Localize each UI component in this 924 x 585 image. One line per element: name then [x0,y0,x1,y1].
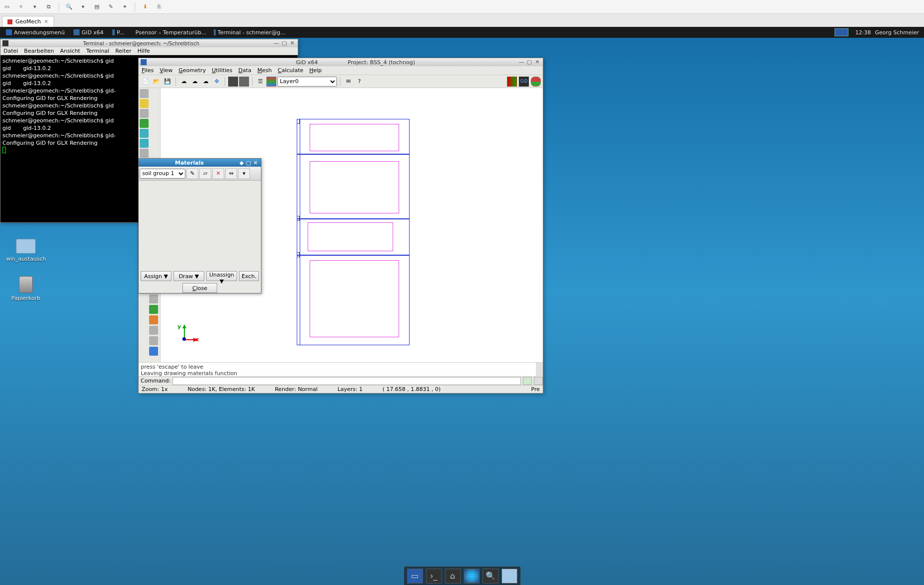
menu-view[interactable]: View [160,67,172,74]
minimize-icon[interactable]: — [518,59,525,65]
letter-icon[interactable]: ✉ [343,77,353,87]
move-icon[interactable]: ✥ [212,77,222,87]
menu-mesh[interactable]: Mesh [257,67,272,74]
camera-icon[interactable] [228,77,238,87]
menu-files[interactable]: Files [142,67,154,74]
new-material-icon[interactable]: ▱ [199,168,211,179]
dock-home-icon[interactable]: ⌂ [445,569,461,584]
gid-titlebar[interactable]: GiD x64 Project: BSS_4 (tochnog) — ▢ ✕ [139,58,543,66]
dropdown-icon[interactable]: ▾ [30,2,40,12]
wand2-icon[interactable]: ✎ [106,2,116,12]
new-icon[interactable]: 📄 [141,77,151,87]
recycle-icon[interactable] [140,119,149,128]
new-icon[interactable]: ▭ [2,2,12,12]
light-icon[interactable] [140,109,149,118]
close-icon[interactable]: ✕ [252,160,259,166]
task-gid[interactable]: GiD x64 [70,28,107,37]
terminal-titlebar[interactable]: Terminal - schmeier@geomech: ~/Schreibti… [0,39,298,47]
menu-bearbeiten[interactable]: Bearbeiten [24,48,54,54]
menu-hilfe[interactable]: Hilfe [138,48,150,54]
exchange-button[interactable]: Exch. [239,271,259,281]
cmd-btn2-icon[interactable] [534,377,543,385]
expand-icon[interactable]: ⇔ [225,168,237,179]
switch-icon[interactable] [531,77,541,87]
menu-help[interactable]: Help [309,67,322,74]
delete-icon[interactable]: ✕ [212,168,224,179]
task-p[interactable]: P... [108,28,128,37]
cloud3-icon[interactable]: ☁ [201,77,211,87]
desktop-trash[interactable]: Papierkorb [6,276,46,301]
dock-terminal-icon[interactable]: ›_ [426,569,442,584]
download-icon[interactable]: ⬇ [140,2,150,12]
menu-data[interactable]: Data [239,67,252,74]
minimize-icon[interactable]: — [273,40,280,46]
assign-button[interactable]: Assign ▼ [141,271,171,281]
link-icon[interactable]: ⚭ [120,2,130,12]
menu-calculate[interactable]: Calculate [278,67,303,74]
menu-reiter[interactable]: Reiter [115,48,132,54]
prepost-icon[interactable] [507,77,517,87]
draw-button[interactable]: Draw ▼ [173,271,204,281]
cloud1-icon[interactable]: ☁ [179,77,189,87]
dock-folder-icon[interactable] [502,569,517,584]
task-psensor[interactable]: Psensor – Temperaturüb... [129,28,209,37]
open-icon[interactable]: 📂 [152,77,162,87]
box2-icon[interactable] [140,139,149,148]
menu-utilities[interactable]: Utilities [212,67,232,74]
tri-icon[interactable] [149,326,158,335]
task-terminal[interactable]: Terminal - schmeier@g... [210,28,289,37]
dock-desktop-icon[interactable]: ▭ [407,569,423,584]
layers-icon[interactable] [266,77,276,87]
dock-search-icon[interactable]: 🔍 [483,569,499,584]
import-icon[interactable]: ▾ [238,168,250,179]
maximize-icon[interactable]: ▢ [526,59,533,65]
list-icon[interactable]: ☰ [255,77,265,87]
ruler-icon[interactable]: ▤ [92,2,102,12]
unassign-button[interactable]: Unassign ▼ [206,271,237,281]
task-icon [214,29,215,35]
info-icon[interactable] [149,347,158,356]
help-icon[interactable]: ? [354,77,364,87]
plug-icon[interactable]: ⎘ [154,2,164,12]
command-input[interactable] [172,377,521,385]
close-icon[interactable]: ✕ [534,59,541,65]
tab-geomech[interactable]: GeoMech ✕ [2,16,54,27]
app-menu[interactable]: Anwendungsmenü [2,28,69,37]
zoom-in-icon[interactable] [140,89,149,98]
desktop-folder[interactable]: win_austausch [6,239,46,262]
material-select[interactable]: soil group 1 [140,169,185,179]
workspace-switcher-icon[interactable] [835,28,848,36]
layer-select[interactable]: Layer0 [277,77,337,87]
zoom-icon[interactable]: 🔍 [64,2,74,12]
maximize-icon[interactable]: ▢ [245,160,252,166]
materials-titlebar[interactable]: Materials ◆ ▢ ✕ [139,159,261,167]
close-button[interactable]: Close [182,283,217,293]
axes-icon[interactable] [149,294,158,303]
cmd-btn1-icon[interactable] [523,377,532,385]
eraser-icon[interactable] [149,315,158,324]
tab-close-icon[interactable]: ✕ [44,18,48,25]
maximize-icon[interactable]: ▢ [281,40,288,46]
menu-ansicht[interactable]: Ansicht [60,48,81,54]
brush-icon[interactable] [149,305,158,314]
dropdown2-icon[interactable]: ▾ [78,2,88,12]
menu-geometry[interactable]: Geometry [178,67,206,74]
xy-icon[interactable] [149,336,158,345]
box-icon[interactable] [140,129,149,138]
dock-browser-icon[interactable]: 🌐 [464,569,480,584]
tool-icon[interactable] [140,99,149,108]
wand-icon[interactable]: ✧ [16,2,26,12]
cloud2-icon[interactable]: ☁ [190,77,200,87]
close-icon[interactable]: ✕ [289,40,296,46]
scrollbar[interactable] [536,363,543,376]
menu-terminal[interactable]: Terminal [86,48,109,54]
menu-datei[interactable]: Datei [3,48,18,54]
pin-icon[interactable]: ◆ [238,160,245,166]
edit-icon[interactable]: ✎ [186,168,198,179]
user-label[interactable]: Georg Schmeier [875,29,919,36]
save-icon[interactable]: 💾 [163,77,172,87]
copy-icon[interactable]: ⧉ [44,2,54,12]
print-icon[interactable] [239,77,249,87]
dim-icon[interactable] [140,149,149,158]
gid-logo-icon[interactable]: GiD [519,77,529,87]
